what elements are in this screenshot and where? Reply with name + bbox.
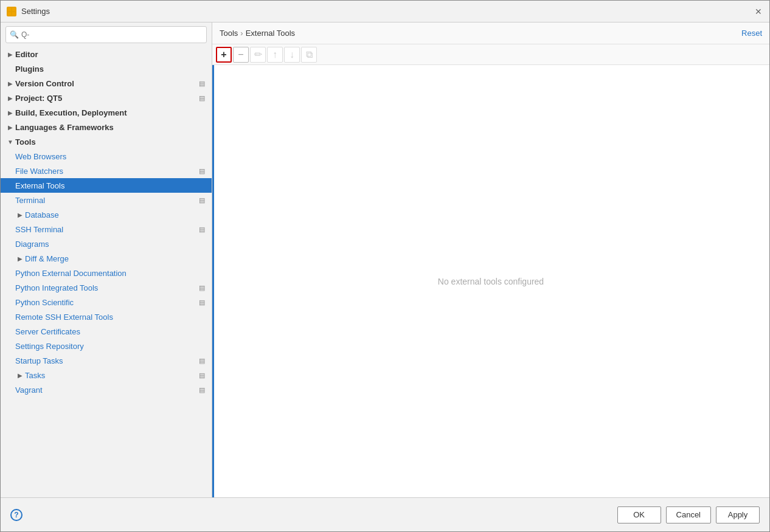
breadcrumb-current: External Tools	[246, 29, 295, 38]
settings-icon-qt5: ▤	[197, 93, 207, 103]
sidebar-item-label: External Tools	[15, 181, 207, 190]
expand-arrow-build: ▶	[5, 109, 15, 116]
edit-tool-button[interactable]: ✏	[250, 47, 266, 63]
empty-state-message: No external tools configured	[212, 65, 769, 497]
footer-left: ?	[10, 509, 612, 521]
search-input[interactable]	[21, 30, 203, 39]
expand-arrow-qt5: ▶	[5, 95, 15, 102]
settings-icon-ps: ▤	[197, 297, 207, 307]
sidebar-item-project-qt5[interactable]: ▶ Project: QT5 ▤	[1, 91, 212, 105]
sidebar-item-label: Build, Execution, Deployment	[15, 108, 207, 117]
ok-button[interactable]: OK	[617, 506, 661, 523]
left-border-accent	[212, 65, 214, 497]
remove-tool-button[interactable]: −	[233, 47, 249, 63]
sidebar-item-label: Diagrams	[15, 240, 207, 249]
sidebar-item-label: File Watchers	[15, 167, 197, 176]
sidebar-item-external-tools[interactable]: External Tools	[1, 178, 212, 193]
settings-icon-pit: ▤	[197, 283, 207, 292]
sidebar-item-plugins[interactable]: Plugins	[1, 61, 212, 76]
sidebar-item-settings-repo[interactable]: Settings Repository	[1, 339, 212, 353]
reset-button[interactable]: Reset	[741, 29, 762, 38]
sidebar-item-label: Startup Tasks	[15, 356, 197, 365]
sidebar-item-label: Vagrant	[15, 385, 197, 395]
sidebar-item-label: Plugins	[15, 64, 207, 74]
sidebar-item-label: Database	[25, 210, 207, 219]
move-up-button[interactable]: ↑	[267, 47, 283, 63]
content-area: No external tools configured	[212, 65, 769, 497]
svg-rect-3	[12, 12, 15, 15]
right-panel: Tools › External Tools Reset + − ✏ ↑	[212, 22, 769, 497]
svg-rect-1	[12, 8, 15, 11]
expand-arrow-diff: ▶	[15, 255, 25, 262]
sidebar-item-label: Project: QT5	[15, 94, 197, 103]
sidebar-item-database[interactable]: ▶ Database	[1, 207, 212, 222]
sidebar-item-python-integrated[interactable]: Python Integrated Tools ▤	[1, 280, 212, 295]
settings-dialog: Settings ✕ 🔍 ▶ Editor Plugins	[0, 0, 770, 532]
sidebar-item-ssh-terminal[interactable]: SSH Terminal ▤	[1, 222, 212, 237]
sidebar-item-label: Version Control	[15, 79, 197, 88]
apply-button[interactable]: Apply	[716, 506, 760, 523]
sidebar-item-file-watchers[interactable]: File Watchers ▤	[1, 164, 212, 178]
sidebar-item-label: Tasks	[25, 371, 197, 380]
sidebar-item-python-scientific[interactable]: Python Scientific ▤	[1, 295, 212, 309]
help-button[interactable]: ?	[10, 509, 23, 521]
remove-icon: −	[238, 49, 243, 60]
sidebar-item-label: Python Scientific	[15, 298, 197, 307]
sidebar-item-label: Tools	[15, 137, 207, 147]
breadcrumb-separator: ›	[240, 29, 243, 38]
search-icon: 🔍	[10, 30, 19, 39]
sidebar-item-startup-tasks[interactable]: Startup Tasks ▤	[1, 353, 212, 368]
sidebar-item-diff-merge[interactable]: ▶ Diff & Merge	[1, 251, 212, 266]
sidebar-item-label: Remote SSH External Tools	[15, 313, 207, 322]
sidebar-item-label: Python External Documentation	[15, 269, 207, 278]
sidebar-item-python-ext-doc[interactable]: Python External Documentation	[1, 266, 212, 280]
close-button[interactable]: ✕	[754, 7, 763, 16]
copy-icon: ⧉	[306, 49, 313, 60]
sidebar-item-label: Editor	[15, 50, 207, 59]
breadcrumb: Tools › External Tools	[220, 29, 295, 38]
search-box[interactable]: 🔍	[5, 26, 207, 43]
down-arrow-icon: ↓	[290, 49, 294, 60]
title-bar: Settings ✕	[1, 1, 769, 22]
sidebar-item-label: Terminal	[15, 196, 197, 205]
dialog-title: Settings	[21, 7, 749, 16]
move-down-button[interactable]: ↓	[284, 47, 300, 63]
sidebar-item-editor[interactable]: ▶ Editor	[1, 47, 212, 61]
sidebar-item-server-certs[interactable]: Server Certificates	[1, 324, 212, 339]
content-inner: No external tools configured	[212, 65, 769, 497]
sidebar-item-terminal[interactable]: Terminal ▤	[1, 193, 212, 207]
sidebar-item-diagrams[interactable]: Diagrams	[1, 237, 212, 251]
svg-rect-2	[8, 12, 11, 15]
copy-tool-button[interactable]: ⧉	[301, 47, 317, 63]
sidebar-item-label: Languages & Frameworks	[15, 123, 207, 132]
sidebar-item-web-browsers[interactable]: Web Browsers	[1, 149, 212, 164]
expand-arrow-tools: ▼	[5, 139, 15, 145]
breadcrumb-bar: Tools › External Tools Reset	[212, 22, 769, 44]
sidebar-item-label: Server Certificates	[15, 327, 207, 336]
breadcrumb-parent: Tools	[220, 29, 238, 38]
svg-rect-0	[8, 8, 11, 11]
sidebar-item-vagrant[interactable]: Vagrant ▤	[1, 382, 212, 397]
sidebar-item-languages[interactable]: ▶ Languages & Frameworks	[1, 120, 212, 134]
dialog-body: 🔍 ▶ Editor Plugins ▶ Version Contro	[1, 22, 769, 497]
settings-icon-tasks: ▤	[197, 370, 207, 380]
settings-icon-fw: ▤	[197, 166, 207, 176]
sidebar-item-tasks[interactable]: ▶ Tasks ▤	[1, 368, 212, 382]
settings-icon-st: ▤	[197, 356, 207, 365]
cancel-button[interactable]: Cancel	[666, 506, 711, 523]
add-tool-button[interactable]: +	[216, 47, 232, 63]
sidebar-item-label: SSH Terminal	[15, 225, 197, 234]
left-panel: 🔍 ▶ Editor Plugins ▶ Version Contro	[1, 22, 212, 497]
expand-spacer-plugins	[5, 66, 15, 72]
settings-icon-vc: ▤	[197, 78, 207, 88]
expand-arrow-vc: ▶	[5, 80, 15, 87]
sidebar-item-tools[interactable]: ▼ Tools	[1, 134, 212, 149]
sidebar-item-build[interactable]: ▶ Build, Execution, Deployment	[1, 105, 212, 120]
sidebar-item-remote-ssh[interactable]: Remote SSH External Tools	[1, 309, 212, 324]
toolbar: + − ✏ ↑ ↓ ⧉	[212, 44, 769, 65]
settings-icon-vagrant: ▤	[197, 385, 207, 395]
sidebar-item-label: Python Integrated Tools	[15, 283, 197, 292]
sidebar-item-version-control[interactable]: ▶ Version Control ▤	[1, 76, 212, 91]
sidebar-item-label: Diff & Merge	[25, 254, 207, 263]
sidebar-item-label: Web Browsers	[15, 152, 207, 161]
